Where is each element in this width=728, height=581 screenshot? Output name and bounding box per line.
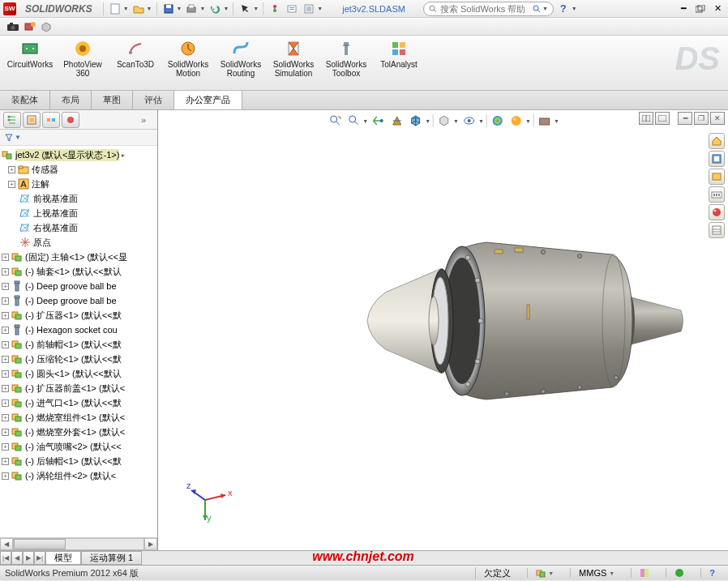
panel-tab-property[interactable]: [23, 112, 41, 128]
panel-hscroll[interactable]: ◀ ▶: [0, 537, 157, 550]
library-icon[interactable]: [709, 151, 725, 167]
select-icon[interactable]: [238, 2, 252, 16]
tree-part[interactable]: +(-) 燃烧室外套<1> (默认<: [2, 425, 156, 439]
status-help[interactable]: ?: [700, 568, 723, 578]
save-icon[interactable]: [161, 2, 176, 16]
explorer-icon[interactable]: [709, 169, 725, 185]
tree-node[interactable]: 原点: [2, 235, 156, 250]
tree-part[interactable]: +(-) Deep groove ball be: [2, 293, 156, 308]
tree-part[interactable]: +(-) 进气口<1> (默认<<默: [2, 395, 156, 410]
expand-icon[interactable]: +: [2, 399, 9, 407]
tab-assembly[interactable]: 装配体: [0, 91, 50, 109]
section-view-icon[interactable]: [389, 113, 405, 129]
tree-part[interactable]: +(-) 后轴帽<1> (默认<<默: [2, 454, 156, 468]
tool-simulation[interactable]: SolidWorks Simulation: [268, 39, 319, 78]
custom-props-icon[interactable]: [709, 222, 725, 238]
expand-icon[interactable]: +: [2, 283, 9, 290]
vp-min-icon[interactable]: ━: [678, 112, 692, 125]
expand-icon[interactable]: +: [2, 297, 9, 305]
hide-show-icon[interactable]: [461, 113, 477, 129]
expand-icon[interactable]: +: [2, 429, 9, 436]
expand-icon[interactable]: +: [2, 356, 9, 363]
status-units[interactable]: MMGS ▼: [570, 568, 623, 578]
expand-icon[interactable]: +: [2, 458, 9, 465]
expand-icon[interactable]: +: [8, 181, 15, 188]
tool-photoview360[interactable]: PhotoView 360: [58, 39, 108, 78]
new-icon[interactable]: [108, 2, 122, 16]
appearance2-icon[interactable]: [709, 204, 725, 220]
bottom-tab-model[interactable]: 模型: [45, 551, 81, 565]
view-settings-icon[interactable]: [537, 113, 553, 129]
tree-node[interactable]: +A注解: [2, 177, 156, 191]
expand-icon[interactable]: +: [2, 370, 9, 378]
tree-node[interactable]: 右视基准面: [2, 220, 156, 235]
close-icon[interactable]: ✕: [710, 2, 725, 16]
status-rebuild2[interactable]: [666, 568, 692, 578]
tree-part[interactable]: +(-) 油气喷嘴<2> (默认<<: [2, 439, 156, 454]
tree-part[interactable]: +(固定) 主轴<1> (默认<<显: [2, 250, 156, 264]
expand-icon[interactable]: +: [2, 443, 9, 451]
expand-icon[interactable]: +: [2, 414, 9, 421]
tree-part[interactable]: +(-) 圆头<1> (默认<<默认: [2, 366, 156, 381]
vp-tile2-icon[interactable]: [655, 112, 670, 125]
maximize-icon[interactable]: [693, 2, 708, 16]
view-triad[interactable]: x y z: [185, 476, 233, 524]
expand-icon[interactable]: +: [2, 472, 9, 480]
tree-part[interactable]: +(-) 扩压器前盖<1> (默认<: [2, 381, 156, 395]
open-icon[interactable]: [131, 2, 146, 16]
tree-node[interactable]: 前视基准面: [2, 191, 156, 206]
help-icon[interactable]: ?: [556, 2, 571, 16]
search-go-icon[interactable]: [533, 5, 541, 13]
appearance-icon[interactable]: [490, 113, 506, 129]
minimize-icon[interactable]: ━: [676, 2, 691, 16]
tool-tolanalyst[interactable]: TolAnalyst: [374, 39, 424, 69]
filter-bar[interactable]: ▼: [0, 130, 157, 146]
expand-icon[interactable]: +: [2, 327, 9, 334]
tree-part[interactable]: +(-) 燃烧室组件<1> (默认<: [2, 410, 156, 425]
home-icon[interactable]: [709, 133, 725, 149]
viewport[interactable]: ▼ ▼ ▼ ▼ ▼ ▼ ━ ❐ ✕: [158, 110, 728, 550]
tab-evaluate[interactable]: 评估: [133, 91, 174, 109]
scroll-left-icon[interactable]: ◀: [0, 538, 13, 550]
bt-next-icon[interactable]: ▶: [23, 551, 34, 565]
vp-close-icon[interactable]: ✕: [710, 112, 725, 125]
panel-tab-display[interactable]: [62, 112, 79, 128]
expand-icon[interactable]: +: [2, 341, 9, 348]
tree-part[interactable]: +(-) 前轴帽<1> (默认<<默: [2, 337, 156, 352]
zoom-area-icon[interactable]: [345, 113, 362, 129]
panel-tab-feature-tree[interactable]: [3, 112, 21, 128]
status-flags[interactable]: [631, 568, 657, 578]
scene-apply-icon[interactable]: [508, 113, 525, 129]
tab-layout[interactable]: 布局: [50, 91, 92, 109]
display-style-icon[interactable]: [436, 113, 452, 129]
expand-icon[interactable]: +: [8, 166, 15, 173]
vp-max-icon[interactable]: ❐: [694, 112, 709, 125]
scene-icon[interactable]: [41, 21, 52, 32]
tool-scanto3d[interactable]: ScanTo3D: [110, 39, 161, 69]
tree-part[interactable]: +(-) 轴套<1> (默认<<默认: [2, 264, 156, 279]
tab-office[interactable]: 办公室产品: [174, 91, 242, 109]
camera-icon[interactable]: [6, 22, 19, 32]
expand-icon[interactable]: +: [2, 254, 9, 261]
tool-toolbox[interactable]: SolidWorks Toolbox: [321, 39, 371, 78]
tree-root[interactable]: jet3v2 (默认<显示状态-1>) ▸: [2, 147, 156, 162]
model-render[interactable]: [345, 216, 701, 426]
tool-routing[interactable]: SolidWorks Routing: [216, 39, 266, 78]
tree-part[interactable]: +(-) Deep groove ball be: [2, 279, 156, 293]
feature-tree[interactable]: jet3v2 (默认<显示状态-1>) ▸ +传感器+A注解前视基准面上视基准面…: [0, 146, 157, 537]
help-search[interactable]: ▼: [423, 2, 554, 16]
rebuild-icon[interactable]: [268, 2, 282, 16]
prev-view-icon[interactable]: [370, 113, 387, 129]
bt-last-icon[interactable]: ▶|: [34, 551, 45, 565]
print-icon[interactable]: [184, 2, 199, 16]
panel-tab-config[interactable]: [42, 112, 60, 128]
panel-collapse-icon[interactable]: »: [141, 115, 154, 125]
scroll-right-icon[interactable]: ▶: [144, 538, 157, 550]
bt-first-icon[interactable]: |◀: [0, 551, 11, 565]
zoom-fit-icon[interactable]: [327, 113, 343, 129]
settings-icon[interactable]: [302, 2, 316, 16]
vp-tile1-icon[interactable]: [639, 112, 653, 125]
options-icon[interactable]: [285, 2, 299, 16]
render-options-icon[interactable]: [24, 21, 36, 32]
expand-icon[interactable]: +: [2, 312, 9, 319]
